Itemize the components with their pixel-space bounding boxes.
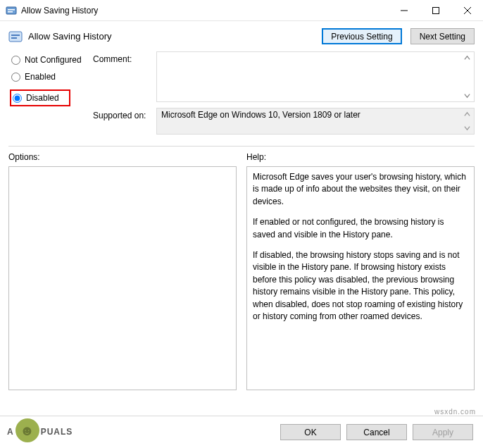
help-panel: Microsoft Edge saves your user's browsin… (246, 166, 475, 390)
supported-on-field-cell: Microsoft Edge on Windows 10, Version 18… (156, 106, 475, 135)
settings-grid: Not Configured Enabled Disabled Comment:… (0, 49, 483, 139)
window-title: Allow Saving History (21, 6, 388, 15)
policy-title: Allow Saving History (28, 31, 316, 42)
cancel-label: Cancel (363, 428, 389, 437)
watermark-text: wsxdn.com (434, 408, 476, 416)
nav-buttons: Previous Setting Next Setting (322, 28, 475, 44)
close-button[interactable] (451, 0, 483, 21)
divider (8, 146, 475, 147)
scroll-down-icon[interactable] (462, 90, 472, 101)
appuals-logo: A ☻ PUALS (7, 420, 73, 444)
ok-label: OK (304, 428, 316, 437)
header-row: Allow Saving History Previous Setting Ne… (0, 21, 483, 49)
lower-section: Options: Help: Microsoft Edge saves your… (0, 151, 483, 390)
svg-rect-9 (11, 37, 17, 39)
scroll-down-icon[interactable] (462, 123, 472, 133)
radio-disabled-label: Disabled (26, 93, 59, 103)
comment-label: Comment: (93, 50, 156, 64)
apply-label: Apply (432, 428, 453, 437)
options-label: Options: (8, 151, 237, 166)
svg-rect-1 (8, 9, 15, 11)
maximize-button[interactable] (420, 0, 451, 21)
supported-on-value: Microsoft Edge on Windows 10, Version 18… (161, 110, 360, 120)
state-radio-group: Not Configured Enabled Disabled (10, 50, 93, 106)
window-controls (388, 0, 483, 21)
titlebar: Allow Saving History (0, 0, 483, 21)
help-column: Help: Microsoft Edge saves your user's b… (246, 151, 475, 390)
cancel-button[interactable]: Cancel (346, 424, 407, 440)
help-paragraph-3: If disabled, the browsing history stops … (253, 249, 468, 323)
svg-rect-8 (11, 35, 20, 36)
comment-textarea[interactable] (156, 51, 475, 102)
scroll-up-icon[interactable] (462, 53, 472, 63)
radio-enabled[interactable]: Enabled (10, 71, 93, 82)
supported-on-box: Microsoft Edge on Windows 10, Version 18… (156, 108, 475, 135)
radio-disabled[interactable]: Disabled (10, 89, 70, 106)
radio-not-configured-label: Not Configured (25, 55, 82, 65)
brand-prefix: A (7, 427, 14, 437)
help-label: Help: (246, 151, 475, 166)
brand-suffix: PUALS (41, 427, 73, 437)
brand-logo-icon: ☻ (15, 418, 39, 442)
next-setting-label: Next Setting (420, 32, 465, 42)
radio-enabled-label: Enabled (25, 72, 56, 82)
scroll-up-icon[interactable] (462, 109, 472, 120)
options-panel (8, 166, 237, 390)
comment-field-cell (156, 50, 475, 102)
supported-on-label: Supported on: (93, 106, 156, 120)
minimize-button[interactable] (388, 0, 420, 21)
apply-button[interactable]: Apply (413, 424, 473, 440)
next-setting-button[interactable]: Next Setting (410, 28, 475, 44)
svg-rect-7 (9, 32, 22, 42)
help-paragraph-2: If enabled or not configured, the browsi… (253, 216, 468, 241)
radio-not-configured[interactable]: Not Configured (10, 54, 93, 66)
ok-button[interactable]: OK (280, 424, 341, 440)
previous-setting-label: Previous Setting (331, 32, 392, 42)
svg-rect-2 (8, 11, 13, 13)
previous-setting-button[interactable]: Previous Setting (322, 28, 401, 44)
window-icon (6, 5, 17, 16)
options-column: Options: (8, 151, 237, 390)
help-paragraph-1: Microsoft Edge saves your user's browsin… (253, 171, 468, 208)
policy-icon (8, 30, 23, 44)
svg-rect-0 (6, 7, 16, 14)
radio-not-configured-input[interactable] (11, 56, 20, 65)
radio-enabled-input[interactable] (11, 73, 20, 82)
svg-rect-4 (432, 7, 439, 13)
radio-disabled-input[interactable] (13, 94, 22, 103)
